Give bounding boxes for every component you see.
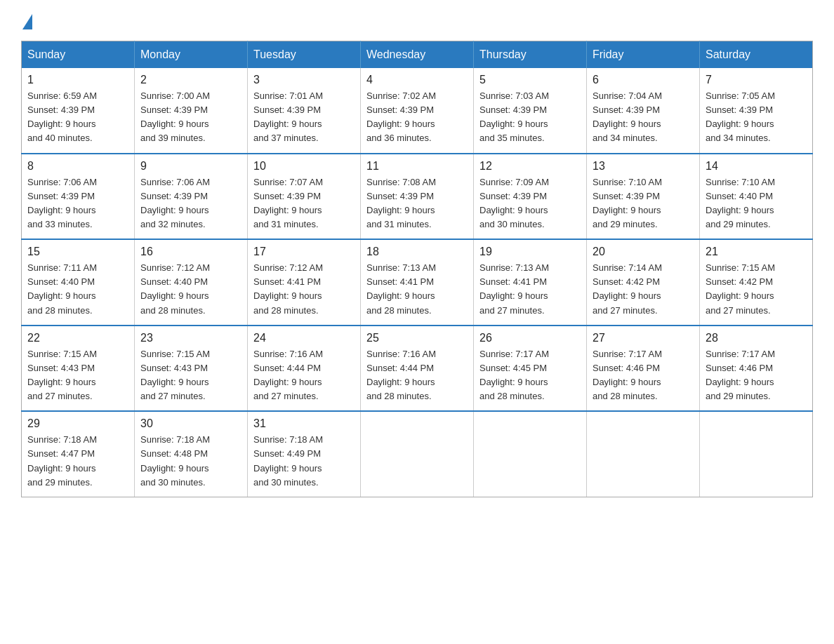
calendar-cell: 7 Sunrise: 7:05 AM Sunset: 4:39 PM Dayli… [700,68,813,154]
day-number: 23 [140,332,241,344]
day-info: Sunrise: 7:13 AM Sunset: 4:41 PM Dayligh… [479,261,581,318]
logo-triangle-icon [22,14,32,29]
day-info: Sunrise: 7:15 AM Sunset: 4:43 PM Dayligh… [27,347,128,404]
day-info: Sunrise: 7:10 AM Sunset: 4:40 PM Dayligh… [706,175,807,232]
day-number: 30 [140,417,241,430]
day-info: Sunrise: 7:11 AM Sunset: 4:40 PM Dayligh… [27,261,128,318]
calendar-cell: 9 Sunrise: 7:06 AM Sunset: 4:39 PM Dayli… [135,154,248,240]
weekday-header-sunday: Sunday [22,41,135,69]
calendar-cell: 4 Sunrise: 7:02 AM Sunset: 4:39 PM Dayli… [361,68,474,154]
day-number: 9 [140,160,241,173]
day-info: Sunrise: 7:18 AM Sunset: 4:49 PM Dayligh… [253,433,355,490]
day-number: 7 [706,74,807,86]
day-number: 1 [27,74,128,86]
weekday-header-thursday: Thursday [474,41,587,69]
calendar-cell: 24 Sunrise: 7:16 AM Sunset: 4:44 PM Dayl… [248,326,361,412]
day-info: Sunrise: 7:06 AM Sunset: 4:39 PM Dayligh… [140,175,241,232]
day-number: 31 [253,417,355,430]
calendar-cell: 31 Sunrise: 7:18 AM Sunset: 4:49 PM Dayl… [248,411,361,497]
day-info: Sunrise: 7:08 AM Sunset: 4:39 PM Dayligh… [366,175,468,232]
day-info: Sunrise: 7:06 AM Sunset: 4:39 PM Dayligh… [27,175,128,232]
calendar-week-row: 1 Sunrise: 6:59 AM Sunset: 4:39 PM Dayli… [22,68,813,154]
day-info: Sunrise: 7:15 AM Sunset: 4:42 PM Dayligh… [706,261,807,318]
calendar-cell: 27 Sunrise: 7:17 AM Sunset: 4:46 PM Dayl… [587,326,700,412]
day-info: Sunrise: 7:17 AM Sunset: 4:45 PM Dayligh… [479,347,581,404]
day-info: Sunrise: 7:17 AM Sunset: 4:46 PM Dayligh… [593,347,694,404]
calendar-cell: 2 Sunrise: 7:00 AM Sunset: 4:39 PM Dayli… [135,68,248,154]
day-info: Sunrise: 7:12 AM Sunset: 4:41 PM Dayligh… [253,261,355,318]
calendar-cell: 21 Sunrise: 7:15 AM Sunset: 4:42 PM Dayl… [700,239,813,326]
day-number: 14 [706,160,807,173]
day-number: 11 [366,160,468,173]
calendar-table: SundayMondayTuesdayWednesdayThursdayFrid… [21,41,813,497]
day-info: Sunrise: 7:09 AM Sunset: 4:39 PM Dayligh… [479,175,581,232]
logo-text [21,14,32,27]
day-number: 12 [479,160,581,173]
calendar-cell: 22 Sunrise: 7:15 AM Sunset: 4:43 PM Dayl… [22,326,135,412]
day-info: Sunrise: 7:14 AM Sunset: 4:42 PM Dayligh… [593,261,694,318]
day-number: 25 [366,332,468,344]
day-number: 13 [593,160,694,173]
day-info: Sunrise: 7:12 AM Sunset: 4:40 PM Dayligh… [140,261,241,318]
logo [21,14,32,27]
calendar-week-row: 29 Sunrise: 7:18 AM Sunset: 4:47 PM Dayl… [22,411,813,497]
calendar-cell: 1 Sunrise: 6:59 AM Sunset: 4:39 PM Dayli… [22,68,135,154]
calendar-cell: 20 Sunrise: 7:14 AM Sunset: 4:42 PM Dayl… [587,239,700,326]
day-info: Sunrise: 7:03 AM Sunset: 4:39 PM Dayligh… [479,89,581,146]
day-number: 29 [27,417,128,430]
day-number: 28 [706,332,807,344]
day-info: Sunrise: 7:05 AM Sunset: 4:39 PM Dayligh… [706,89,807,146]
calendar-cell: 16 Sunrise: 7:12 AM Sunset: 4:40 PM Dayl… [135,239,248,326]
weekday-header-saturday: Saturday [700,41,813,69]
day-number: 16 [140,246,241,258]
day-number: 2 [140,74,241,86]
day-number: 26 [479,332,581,344]
day-info: Sunrise: 7:17 AM Sunset: 4:46 PM Dayligh… [706,347,807,404]
day-info: Sunrise: 7:18 AM Sunset: 4:47 PM Dayligh… [27,433,128,490]
calendar-cell: 11 Sunrise: 7:08 AM Sunset: 4:39 PM Dayl… [361,154,474,240]
day-number: 27 [593,332,694,344]
day-info: Sunrise: 7:15 AM Sunset: 4:43 PM Dayligh… [140,347,241,404]
day-number: 6 [593,74,694,86]
calendar-week-row: 22 Sunrise: 7:15 AM Sunset: 4:43 PM Dayl… [22,326,813,412]
day-number: 17 [253,246,355,258]
day-info: Sunrise: 7:01 AM Sunset: 4:39 PM Dayligh… [253,89,355,146]
weekday-header-row: SundayMondayTuesdayWednesdayThursdayFrid… [22,41,813,69]
day-number: 22 [27,332,128,344]
day-number: 20 [593,246,694,258]
calendar-cell [700,411,813,497]
day-number: 8 [27,160,128,173]
calendar-cell: 23 Sunrise: 7:15 AM Sunset: 4:43 PM Dayl… [135,326,248,412]
day-info: Sunrise: 7:07 AM Sunset: 4:39 PM Dayligh… [253,175,355,232]
calendar-cell: 5 Sunrise: 7:03 AM Sunset: 4:39 PM Dayli… [474,68,587,154]
calendar-cell: 18 Sunrise: 7:13 AM Sunset: 4:41 PM Dayl… [361,239,474,326]
weekday-header-tuesday: Tuesday [248,41,361,69]
day-info: Sunrise: 6:59 AM Sunset: 4:39 PM Dayligh… [27,89,128,146]
calendar-cell: 28 Sunrise: 7:17 AM Sunset: 4:46 PM Dayl… [700,326,813,412]
day-info: Sunrise: 7:16 AM Sunset: 4:44 PM Dayligh… [366,347,468,404]
day-info: Sunrise: 7:02 AM Sunset: 4:39 PM Dayligh… [366,89,468,146]
day-number: 4 [366,74,468,86]
day-number: 3 [253,74,355,86]
header [21,14,813,27]
day-number: 19 [479,246,581,258]
calendar-cell: 6 Sunrise: 7:04 AM Sunset: 4:39 PM Dayli… [587,68,700,154]
calendar-cell [361,411,474,497]
calendar-cell: 19 Sunrise: 7:13 AM Sunset: 4:41 PM Dayl… [474,239,587,326]
calendar-cell: 10 Sunrise: 7:07 AM Sunset: 4:39 PM Dayl… [248,154,361,240]
calendar-cell: 14 Sunrise: 7:10 AM Sunset: 4:40 PM Dayl… [700,154,813,240]
day-number: 18 [366,246,468,258]
calendar-cell: 29 Sunrise: 7:18 AM Sunset: 4:47 PM Dayl… [22,411,135,497]
day-number: 15 [27,246,128,258]
calendar-cell: 26 Sunrise: 7:17 AM Sunset: 4:45 PM Dayl… [474,326,587,412]
calendar-week-row: 8 Sunrise: 7:06 AM Sunset: 4:39 PM Dayli… [22,154,813,240]
day-info: Sunrise: 7:16 AM Sunset: 4:44 PM Dayligh… [253,347,355,404]
calendar-cell: 8 Sunrise: 7:06 AM Sunset: 4:39 PM Dayli… [22,154,135,240]
weekday-header-wednesday: Wednesday [361,41,474,69]
calendar-cell: 17 Sunrise: 7:12 AM Sunset: 4:41 PM Dayl… [248,239,361,326]
day-info: Sunrise: 7:18 AM Sunset: 4:48 PM Dayligh… [140,433,241,490]
day-info: Sunrise: 7:13 AM Sunset: 4:41 PM Dayligh… [366,261,468,318]
day-number: 24 [253,332,355,344]
calendar-cell: 15 Sunrise: 7:11 AM Sunset: 4:40 PM Dayl… [22,239,135,326]
day-number: 5 [479,74,581,86]
